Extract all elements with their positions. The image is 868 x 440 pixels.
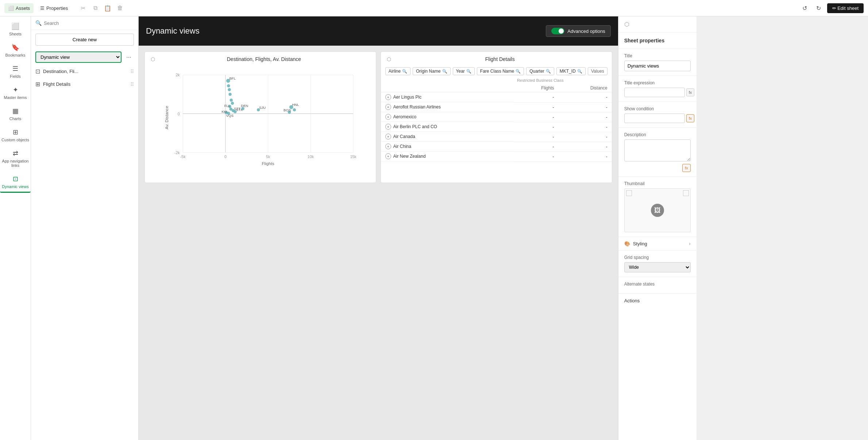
svg-point-24 xyxy=(228,93,231,96)
svg-text:FLL: FLL xyxy=(224,104,230,108)
grid-spacing-select[interactable]: Wide Narrow Medium xyxy=(624,262,691,272)
fare-class-label: Fare Class Name xyxy=(480,69,514,74)
view-type-dropdown[interactable]: Dynamic view xyxy=(35,51,121,63)
sidebar-item-master-items[interactable]: ✦ Master items xyxy=(0,83,31,103)
sidebar-item-app-nav[interactable]: ⇄ App navigation links xyxy=(0,146,31,171)
flight-details-item-label: Flight Details xyxy=(43,81,127,87)
thumbnail-upload-icon[interactable]: 🖼 xyxy=(651,204,664,217)
flights-cell: - xyxy=(514,112,559,122)
filter-year[interactable]: Year 🔍 xyxy=(453,67,475,75)
show-condition-label: Show condition xyxy=(624,106,691,111)
filter-origin-name[interactable]: Origin Name 🔍 xyxy=(413,67,450,75)
palette-icon: 🎨 xyxy=(624,241,630,246)
assets-panel: 🔍 Create new Dynamic view ··· ⊡ Destinat… xyxy=(31,16,139,440)
svg-point-22 xyxy=(227,84,230,87)
list-item-destination[interactable]: ⊡ Destination, Fli... ⠿ xyxy=(31,65,138,78)
title-expression-label: Title expression xyxy=(624,80,691,85)
expand-icon[interactable]: + xyxy=(385,104,391,110)
assets-icon: ⬜ xyxy=(8,5,14,11)
thumbnail-area[interactable]: 🖼 xyxy=(624,188,691,232)
svg-text:BFL: BFL xyxy=(229,76,236,80)
filter-airline[interactable]: Airline 🔍 xyxy=(385,67,410,75)
title-expression-section: Title expression fx xyxy=(618,76,697,102)
expand-icon[interactable]: + xyxy=(385,124,391,130)
flights-cell: - xyxy=(514,142,559,152)
sidebar-item-charts[interactable]: ▦ Charts xyxy=(0,104,31,124)
scatter-chart-area: 2k 0 -2k -5k 0 5k 10k 15k Flights xyxy=(145,64,376,174)
list-item-flight-details[interactable]: ⊞ Flight Details ⠿ xyxy=(31,78,138,91)
description-label: Description xyxy=(624,132,691,137)
sidebar-item-sheets[interactable]: ⬜ Sheets xyxy=(0,19,31,39)
drag-handle-icon-2: ⠿ xyxy=(130,81,134,87)
distance-cell: - xyxy=(559,152,612,161)
filter-fare-class[interactable]: Fare Class Name 🔍 xyxy=(477,67,524,75)
search-input[interactable] xyxy=(44,20,134,26)
scatter-chart-card: ⬡ Destination, Flights, Av. Distance xyxy=(144,51,376,183)
airline-filter-label: Airline xyxy=(389,69,401,74)
title-expression-fx-button[interactable]: fx xyxy=(686,88,695,96)
export-scatter-icon[interactable]: ⬡ xyxy=(151,56,155,62)
sidebar-item-fields[interactable]: ☰ Fields xyxy=(0,62,31,81)
show-condition-fx-button[interactable]: fx xyxy=(686,114,695,122)
assets-tab[interactable]: ⬜ Assets xyxy=(4,3,34,13)
title-input[interactable] xyxy=(624,61,691,71)
svg-text:0: 0 xyxy=(178,112,180,116)
svg-point-25 xyxy=(230,99,233,102)
mkt-search-icon: 🔍 xyxy=(577,69,582,74)
table-icon: ⊞ xyxy=(35,81,40,88)
description-textarea[interactable] xyxy=(624,139,691,161)
expand-icon[interactable]: + xyxy=(385,144,391,149)
sidebar-label-fields: Fields xyxy=(10,74,20,79)
filter-mkt-id[interactable]: MKT_ID 🔍 xyxy=(556,67,586,75)
table-row: + Air Berlin PLC and CO - - xyxy=(381,122,612,132)
delete-button[interactable]: 🗑 xyxy=(115,3,126,14)
values-chip: Values xyxy=(588,67,607,75)
custom-objects-icon: ⊞ xyxy=(13,128,18,136)
right-panel: ⬡ Sheet properties Title Title expressio… xyxy=(618,16,697,440)
expand-icon[interactable]: + xyxy=(385,114,391,120)
filter-quarter[interactable]: Quarter 🔍 xyxy=(526,67,554,75)
thumb-corner-tr xyxy=(683,190,689,196)
cut-button[interactable]: ✂ xyxy=(77,3,88,14)
description-fx-button[interactable]: fx xyxy=(682,164,691,172)
copy-button[interactable]: ⧉ xyxy=(90,3,101,14)
thumbnail-section: Thumbnail 🖼 xyxy=(618,177,697,237)
create-new-button[interactable]: Create new xyxy=(35,34,134,46)
svg-text:SJU: SJU xyxy=(259,106,266,110)
grid-spacing-label: Grid spacing xyxy=(624,255,691,260)
scatter-chart-title: Destination, Flights, Av. Distance xyxy=(158,56,370,62)
scatter-chart-header: ⬡ Destination, Flights, Av. Distance xyxy=(145,52,376,64)
sidebar-item-dynamic-views[interactable]: ⊡ Dynamic views xyxy=(0,172,31,193)
dropdown-row: Dynamic view ··· xyxy=(31,49,138,65)
flight-details-title: Flight Details xyxy=(394,56,606,62)
main-header: Dynamic views ‹ Advanced options xyxy=(139,16,618,46)
expand-icon[interactable]: + xyxy=(385,153,391,159)
styling-row[interactable]: 🎨 Styling › xyxy=(618,237,697,250)
bookmarks-icon: 🔖 xyxy=(11,43,19,51)
sidebar-item-custom-objects[interactable]: ⊞ Custom objects xyxy=(0,125,31,145)
show-condition-input[interactable] xyxy=(624,114,685,123)
title-expression-input[interactable] xyxy=(624,88,685,97)
quarter-label: Quarter xyxy=(529,69,544,74)
expand-icon[interactable]: + xyxy=(385,134,391,139)
scatter-chart-icon: ⊡ xyxy=(35,68,40,75)
properties-tab[interactable]: ☰ Properties xyxy=(36,3,72,13)
advanced-options-button[interactable]: Advanced options xyxy=(546,25,610,37)
flights-cell: - xyxy=(514,92,559,103)
paste-button[interactable]: 📋 xyxy=(102,3,113,14)
grid-spacing-section: Grid spacing Wide Narrow Medium xyxy=(618,250,697,277)
advanced-options-toggle[interactable] xyxy=(551,28,564,34)
expand-icon[interactable]: + xyxy=(385,94,391,100)
svg-point-26 xyxy=(231,102,234,104)
flights-cell: - xyxy=(514,132,559,142)
table-row: + Aeromexico - - xyxy=(381,112,612,122)
flights-cell: - xyxy=(514,152,559,161)
export-table-icon[interactable]: ⬡ xyxy=(387,56,391,62)
more-options-button[interactable]: ··· xyxy=(124,52,134,62)
airline-name-cell: + Air China xyxy=(381,142,514,152)
left-sidebar: ⬜ Sheets 🔖 Bookmarks ☰ Fields ✦ Master i… xyxy=(0,16,31,440)
sidebar-item-bookmarks[interactable]: 🔖 Bookmarks xyxy=(0,41,31,60)
assets-list: ⊡ Destination, Fli... ⠿ ⊞ Flight Details… xyxy=(31,65,138,440)
airline-name-cell: + Aeroflot Russian Airlines xyxy=(381,102,514,112)
styling-label: Styling xyxy=(633,241,647,246)
